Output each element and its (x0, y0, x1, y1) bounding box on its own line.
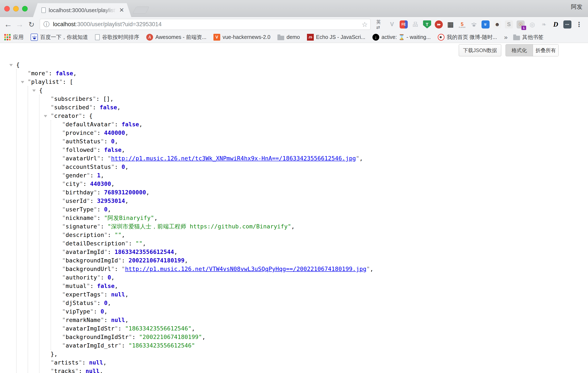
json-line: { (16, 61, 588, 69)
echojs-icon: JS (307, 34, 314, 41)
site-info-icon[interactable]: ⓘ (43, 21, 50, 27)
tab-close-icon[interactable]: ✕ (119, 7, 124, 13)
json-line: "backgroundUrl": "http://p1.music.126.ne… (62, 265, 588, 273)
close-window-button[interactable] (4, 6, 10, 11)
json-block: {"subscribers": [],"subscribed": false,"… (28, 86, 588, 373)
collapse-arrow-icon[interactable] (44, 115, 47, 117)
json-num-value: 1 (97, 172, 101, 179)
json-bool-value: false (97, 283, 115, 289)
fast-forward-icon[interactable]: ▶▶ (435, 21, 443, 29)
json-key: subscribed (54, 104, 89, 111)
bookmarks-list: 应用百度一下，你就知道谷歌按时间排序AAwesomes - 前端资...Vvue… (4, 34, 497, 41)
bookmark-label: 百度一下，你就知道 (40, 34, 88, 41)
json-key: accountStatus (65, 163, 111, 170)
minimize-window-button[interactable] (13, 6, 19, 11)
new-tab-button[interactable] (132, 7, 149, 14)
translate-icon-glyph: 英⇄ (376, 19, 384, 30)
collapse-all-button[interactable]: 折叠所有 (533, 44, 558, 56)
bookmark-apps-grid[interactable]: 应用 (4, 34, 24, 41)
json-key: gender (65, 172, 86, 179)
bookmark-awesomes[interactable]: AAwesomes - 前端资... (146, 34, 206, 41)
bookmarks-overflow-icon[interactable]: » (504, 34, 508, 41)
bookmarks-bar: 应用百度一下，你就知道谷歌按时间排序AAwesomes - 前端资...Vvue… (0, 32, 588, 43)
json-null-value: null (111, 317, 125, 323)
bookmark-folder[interactable]: demo (277, 34, 300, 40)
address-bar[interactable]: ⓘ localhost:3000/user/playlist?uid=32953… (40, 19, 370, 30)
s-icon[interactable]: S (505, 21, 513, 29)
bookmark-weibo[interactable]: 我的首页 微博-随时... (438, 34, 497, 41)
mask-icon[interactable]: ☻ (493, 21, 501, 29)
reload-button[interactable]: ↻ (26, 17, 37, 32)
json-num-value: 440300 (90, 181, 111, 187)
browser-menu-icon-glyph: ⋮ (576, 21, 582, 29)
json-line: "birthday": 768931200000, (62, 188, 588, 197)
bookmark-active[interactable]: ↓active: ⌛ - waiting... (372, 34, 431, 41)
zoom-window-button[interactable] (22, 6, 28, 11)
fe-icon[interactable]: FE (400, 21, 408, 29)
bookmark-vuehn[interactable]: Vvue-hackernews-2.0 (213, 34, 270, 41)
other-bookmarks-folder[interactable]: 其他书签 (513, 34, 544, 41)
browser-menu-icon[interactable]: ⋮ (575, 21, 583, 29)
apps-grid-icon (4, 34, 11, 40)
tampermonkey-icon[interactable]: ☉1 (516, 21, 525, 29)
active-icon: ↓ (372, 34, 379, 41)
json-key: playlist (31, 78, 59, 85)
bird-icon[interactable]: ❧ (540, 21, 548, 29)
json-url-link[interactable]: http://p1.music.126.net/tc3Wk_XNPmwiR4hx… (111, 155, 356, 162)
json-bool-value: false (99, 104, 117, 111)
more-tools-icon[interactable]: ••• (563, 21, 571, 29)
json-string-value: "阿发Binaryify" (104, 214, 154, 221)
bookmark-star-icon[interactable]: ☆ (362, 21, 368, 28)
paw-icon[interactable] (470, 21, 478, 29)
json-block: "subscribers": [],"subscribed": false,"c… (39, 95, 588, 373)
json-line: "description": "", (62, 231, 588, 239)
html5-player-icon[interactable]: 5PLAYER (458, 21, 466, 29)
json-line: "userId": 32953014, (62, 197, 588, 205)
json-string-value: "" (136, 240, 143, 247)
bookmark-echojs[interactable]: JSEcho JS - JavaScri... (307, 34, 366, 41)
json-line: "nickname": "阿发Binaryify", (62, 214, 588, 222)
bookmark-doc[interactable]: 谷歌按时间排序 (95, 34, 139, 41)
weibo-swirl-icon[interactable]: ◎ (528, 21, 536, 29)
d-icon-glyph: D (553, 21, 558, 28)
json-line: "creator": { (51, 112, 588, 120)
json-line: "avatarUrl": "http://p1.music.126.net/tc… (62, 154, 588, 163)
extension-icons-row: 英⇄VFE品T▶▶▦5PLAYER»☻S☉1◎❧D•••⋮ (376, 17, 583, 32)
bookmark-baidu[interactable]: 百度一下，你就知道 (31, 34, 88, 41)
browser-profile-name[interactable]: 阿发 (571, 3, 582, 11)
qr-code-icon[interactable]: ▦ (446, 21, 454, 29)
vue-devtools-icon[interactable]: V (388, 21, 396, 29)
bookmarks-right-group: » 其他书签 (504, 34, 544, 41)
sitemap-icon[interactable]: 品 (411, 21, 420, 29)
json-line: "mutual": false, (62, 282, 588, 290)
json-url-link[interactable]: http://p1.music.126.net/VTW4vsN08vwL3uSQ… (125, 266, 366, 272)
json-line: "detailDescription": "", (62, 239, 588, 248)
json-line: "authority": 0, (62, 273, 588, 282)
json-string-value: "深圳市爱猫人士，前端工程师 https://github.com/Binary… (108, 223, 291, 230)
json-line: "expertTags": null, (62, 290, 588, 299)
tab-title: localhost:3000/user/playlist?ui (49, 7, 117, 14)
window-titlebar: localhost:3000/user/playlist?ui ✕ 阿发 (0, 0, 588, 17)
download-chevrons-icon-glyph: » (483, 23, 489, 26)
download-json-button[interactable]: 下载JSON数据 (459, 44, 501, 56)
json-null-value: null (89, 359, 103, 366)
back-button[interactable]: ← (3, 17, 13, 32)
json-line: "backgroundImgIdStr": "2002210674180199"… (62, 333, 588, 341)
collapse-arrow-icon[interactable] (21, 81, 24, 83)
translate-icon[interactable]: 英⇄ (376, 21, 384, 29)
json-line: "tracks": null, (51, 367, 588, 373)
bookmark-label: Awesomes - 前端资... (155, 34, 206, 41)
json-key: detailDescription (65, 240, 125, 247)
shield-icon[interactable]: T (423, 21, 431, 29)
json-key: expertTags (65, 291, 101, 298)
format-button[interactable]: 格式化 (506, 44, 533, 56)
collapse-arrow-icon[interactable] (32, 90, 36, 92)
browser-tab[interactable]: localhost:3000/user/playlist?ui ✕ (33, 3, 131, 17)
collapse-arrow-icon[interactable] (9, 64, 13, 66)
json-key: tracks (54, 368, 75, 373)
json-num-value: 0 (101, 308, 104, 315)
download-chevrons-icon[interactable]: » (482, 21, 490, 29)
d-icon[interactable]: D (552, 21, 560, 29)
json-key: djStatus (65, 300, 94, 306)
mask-icon-glyph: ☻ (494, 21, 500, 27)
